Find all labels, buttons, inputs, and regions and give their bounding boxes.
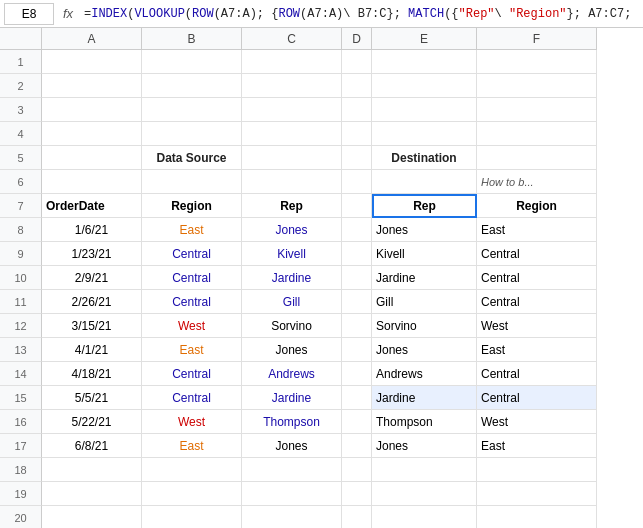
cell-c6[interactable] [242, 170, 342, 194]
cell-b3[interactable] [142, 98, 242, 122]
cell-c2[interactable] [242, 74, 342, 98]
cell-c8[interactable]: Jones [242, 218, 342, 242]
col-header-d[interactable]: D [342, 28, 372, 50]
cell-c5[interactable] [242, 146, 342, 170]
cell-a8[interactable]: 1/6/21 [42, 218, 142, 242]
cell-d4[interactable] [342, 122, 372, 146]
cell-f13[interactable]: East [477, 338, 597, 362]
cell-f15[interactable]: Central [477, 386, 597, 410]
cell-b20[interactable] [142, 506, 242, 528]
cell-d11[interactable] [342, 290, 372, 314]
cell-c10[interactable]: Jardine [242, 266, 342, 290]
cell-f10[interactable]: Central [477, 266, 597, 290]
cell-c11[interactable]: Gill [242, 290, 342, 314]
cell-a3[interactable] [42, 98, 142, 122]
cell-e1[interactable] [372, 50, 477, 74]
cell-b13[interactable]: East [142, 338, 242, 362]
cell-b5-datasource[interactable]: Data Source [142, 146, 242, 170]
cell-c14[interactable]: Andrews [242, 362, 342, 386]
cell-d16[interactable] [342, 410, 372, 434]
cell-e19[interactable] [372, 482, 477, 506]
cell-e15[interactable]: Jardine [372, 386, 477, 410]
cell-a14[interactable]: 4/18/21 [42, 362, 142, 386]
cell-d3[interactable] [342, 98, 372, 122]
cell-e4[interactable] [372, 122, 477, 146]
cell-b4[interactable] [142, 122, 242, 146]
cell-f14[interactable]: Central [477, 362, 597, 386]
cell-f8[interactable]: East [477, 218, 597, 242]
cell-e18[interactable] [372, 458, 477, 482]
cell-b16[interactable]: West [142, 410, 242, 434]
cell-e17[interactable]: Jones [372, 434, 477, 458]
cell-e3[interactable] [372, 98, 477, 122]
cell-b8[interactable]: East [142, 218, 242, 242]
cell-reference[interactable] [4, 3, 54, 25]
cell-d19[interactable] [342, 482, 372, 506]
cell-d9[interactable] [342, 242, 372, 266]
cell-a19[interactable] [42, 482, 142, 506]
cell-b1[interactable] [142, 50, 242, 74]
cell-f17[interactable]: East [477, 434, 597, 458]
cell-a2[interactable] [42, 74, 142, 98]
cell-b19[interactable] [142, 482, 242, 506]
cell-f19[interactable] [477, 482, 597, 506]
cell-b9[interactable]: Central [142, 242, 242, 266]
cell-e6[interactable] [372, 170, 477, 194]
cell-a6[interactable] [42, 170, 142, 194]
cell-f7-region-header[interactable]: Region [477, 194, 597, 218]
cell-e16[interactable]: Thompson [372, 410, 477, 434]
cell-e11[interactable]: Gill [372, 290, 477, 314]
cell-f4[interactable] [477, 122, 597, 146]
cell-c7-rep[interactable]: Rep [242, 194, 342, 218]
cell-c16[interactable]: Thompson [242, 410, 342, 434]
cell-f2[interactable] [477, 74, 597, 98]
col-header-f[interactable]: F [477, 28, 597, 50]
cell-f11[interactable]: Central [477, 290, 597, 314]
cell-d20[interactable] [342, 506, 372, 528]
cell-e9[interactable]: Kivell [372, 242, 477, 266]
cell-b14[interactable]: Central [142, 362, 242, 386]
cell-e20[interactable] [372, 506, 477, 528]
cell-b11[interactable]: Central [142, 290, 242, 314]
cell-c19[interactable] [242, 482, 342, 506]
cell-d15[interactable] [342, 386, 372, 410]
cell-f18[interactable] [477, 458, 597, 482]
cell-d10[interactable] [342, 266, 372, 290]
cell-b18[interactable] [142, 458, 242, 482]
cell-f3[interactable] [477, 98, 597, 122]
cell-f20[interactable] [477, 506, 597, 528]
cell-d14[interactable] [342, 362, 372, 386]
cell-c15[interactable]: Jardine [242, 386, 342, 410]
cell-b12[interactable]: West [142, 314, 242, 338]
cell-d8[interactable] [342, 218, 372, 242]
cell-a16[interactable]: 5/22/21 [42, 410, 142, 434]
cell-d13[interactable] [342, 338, 372, 362]
cell-b10[interactable]: Central [142, 266, 242, 290]
cell-b6[interactable] [142, 170, 242, 194]
cell-e5-destination[interactable]: Destination [372, 146, 477, 170]
cell-a17[interactable]: 6/8/21 [42, 434, 142, 458]
cell-a11[interactable]: 2/26/21 [42, 290, 142, 314]
cell-c13[interactable]: Jones [242, 338, 342, 362]
cell-e12[interactable]: Sorvino [372, 314, 477, 338]
cell-a13[interactable]: 4/1/21 [42, 338, 142, 362]
cell-e13[interactable]: Jones [372, 338, 477, 362]
cell-d12[interactable] [342, 314, 372, 338]
col-header-c[interactable]: C [242, 28, 342, 50]
cell-a15[interactable]: 5/5/21 [42, 386, 142, 410]
cell-c4[interactable] [242, 122, 342, 146]
cell-c9[interactable]: Kivell [242, 242, 342, 266]
col-header-e[interactable]: E [372, 28, 477, 50]
cell-a12[interactable]: 3/15/21 [42, 314, 142, 338]
cell-b15[interactable]: Central [142, 386, 242, 410]
cell-a4[interactable] [42, 122, 142, 146]
cell-e2[interactable] [372, 74, 477, 98]
cell-d18[interactable] [342, 458, 372, 482]
cell-c17[interactable]: Jones [242, 434, 342, 458]
cell-a10[interactable]: 2/9/21 [42, 266, 142, 290]
cell-d5[interactable] [342, 146, 372, 170]
cell-d6[interactable] [342, 170, 372, 194]
cell-c12[interactable]: Sorvino [242, 314, 342, 338]
cell-f12[interactable]: West [477, 314, 597, 338]
col-header-b[interactable]: B [142, 28, 242, 50]
